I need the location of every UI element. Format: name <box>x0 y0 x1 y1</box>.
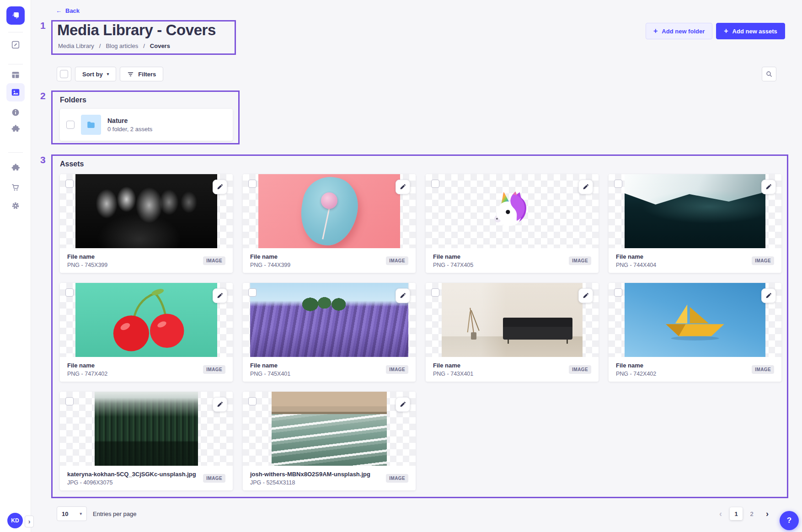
annotation-box-3: Assets File namePNG - 745X399 IMAGE File… <box>51 154 788 498</box>
asset-name: File name <box>433 362 473 369</box>
asset-thumbnail-band-photo <box>75 174 217 248</box>
sidebar-item-marketplace[interactable] <box>11 163 20 172</box>
sidebar-item-purchase[interactable] <box>11 183 20 192</box>
asset-card[interactable]: File namePNG - 745X399 IMAGE <box>60 174 233 273</box>
asset-checkbox[interactable] <box>65 397 74 405</box>
sort-by-button[interactable]: Sort by ▾ <box>75 67 116 81</box>
asset-name: kateryna-kokhan-5CQ_3CjSGKc-unsplash.jpg <box>67 471 196 478</box>
asset-thumb-area <box>60 174 233 248</box>
edit-asset-button[interactable] <box>578 180 593 194</box>
pagination: ‹ 1 2 › <box>714 506 774 521</box>
asset-meta: JPG - 5254X3118 <box>250 479 370 486</box>
asset-name: File name <box>616 253 656 260</box>
edit-asset-button[interactable] <box>213 397 227 412</box>
asset-name: File name <box>250 362 290 369</box>
pagination-previous[interactable]: ‹ <box>714 507 727 520</box>
pagination-page-2[interactable]: 2 <box>745 507 758 520</box>
pencil-icon <box>217 401 223 408</box>
assets-section-title: Assets <box>60 160 84 168</box>
asset-checkbox[interactable] <box>65 288 74 297</box>
asset-card[interactable]: kateryna-kokhan-5CQ_3CjSGKc-unsplash.jpg… <box>60 392 233 490</box>
add-new-folder-button[interactable]: + Add new folder <box>646 23 712 39</box>
pencil-icon <box>765 184 772 190</box>
pencil-icon <box>400 293 406 299</box>
sidebar-item-information[interactable] <box>11 108 20 117</box>
edit-asset-button[interactable] <box>761 288 776 303</box>
asset-type-badge: IMAGE <box>569 256 591 265</box>
help-button[interactable]: ? <box>780 511 799 530</box>
asset-meta: PNG - 747X405 <box>433 262 473 268</box>
annotation-number-3: 3 <box>40 154 46 165</box>
asset-thumb-area <box>60 283 233 357</box>
asset-checkbox[interactable] <box>248 288 257 297</box>
select-all-checkbox[interactable] <box>60 70 68 78</box>
asset-card[interactable]: josh-withers-MBNx8O2S9AM-unsplash.jpgJPG… <box>243 392 416 490</box>
asset-type-badge: IMAGE <box>203 474 225 483</box>
breadcrumb: Media Library / Blog articles / Covers <box>58 43 170 49</box>
asset-type-badge: IMAGE <box>752 256 774 265</box>
asset-thumbnail-lavender-field <box>250 283 408 357</box>
entries-per-page-select[interactable]: 10 ▾ <box>57 506 87 521</box>
sidebar-item-content-type-builder[interactable] <box>11 70 20 80</box>
asset-thumbnail-beach-waves <box>272 392 387 466</box>
folder-card-nature[interactable]: Nature 0 folder, 2 assets <box>60 109 233 141</box>
edit-asset-button[interactable] <box>396 397 410 412</box>
asset-footer: File namePNG - 745X401 IMAGE <box>243 357 416 382</box>
asset-checkbox[interactable] <box>248 397 257 405</box>
puzzle-icon <box>11 163 20 172</box>
filter-icon <box>127 71 134 78</box>
asset-thumbnail-lollipop <box>258 174 400 248</box>
chevron-down-icon: ▾ <box>107 72 109 76</box>
asset-name: File name <box>616 362 656 369</box>
pagination-page-1[interactable]: 1 <box>730 507 743 520</box>
edit-asset-button[interactable] <box>396 180 410 194</box>
asset-checkbox[interactable] <box>65 180 74 188</box>
asset-card[interactable]: File namePNG - 744X404 IMAGE <box>609 174 781 273</box>
asset-card[interactable]: File namePNG - 744X399 IMAGE <box>243 174 416 273</box>
asset-checkbox[interactable] <box>248 180 257 188</box>
breadcrumb-media-library[interactable]: Media Library <box>58 43 94 49</box>
pagination-next[interactable]: › <box>761 507 774 520</box>
asset-card[interactable]: File namePNG - 743X401 IMAGE <box>426 283 599 382</box>
cart-icon <box>11 183 20 192</box>
asset-card[interactable]: File namePNG - 747X402 IMAGE <box>60 283 233 382</box>
asset-type-badge: IMAGE <box>203 365 225 374</box>
asset-footer: File namePNG - 747X405 IMAGE <box>426 248 599 273</box>
asset-checkbox[interactable] <box>431 180 439 188</box>
sidebar-item-media-library[interactable] <box>6 83 25 101</box>
cherries-graphic <box>100 286 193 354</box>
entries-per-page-label: Entries per page <box>93 511 136 517</box>
unicorn-emoji-icon <box>491 190 533 232</box>
asset-name: File name <box>67 253 107 260</box>
pencil-icon <box>217 184 223 190</box>
sidebar-item-settings[interactable] <box>11 201 20 210</box>
edit-asset-button[interactable] <box>213 180 227 194</box>
asset-type-badge: IMAGE <box>569 365 591 374</box>
avatar[interactable]: KD <box>7 513 23 528</box>
sidebar-item-content-manager[interactable] <box>11 40 20 49</box>
plus-icon: + <box>653 27 658 35</box>
edit-asset-button[interactable] <box>761 180 776 194</box>
asset-card[interactable]: File namePNG - 742X402 IMAGE <box>609 283 781 382</box>
asset-checkbox[interactable] <box>614 180 622 188</box>
divider <box>8 32 23 32</box>
asset-checkbox[interactable] <box>431 288 439 297</box>
arrow-left-icon: ← <box>56 7 62 14</box>
asset-thumbnail-unicorn-emoji <box>426 174 599 248</box>
sidebar-collapse-button[interactable]: › <box>25 516 34 527</box>
breadcrumb-blog-articles[interactable]: Blog articles <box>106 43 138 49</box>
strapi-logo[interactable] <box>6 6 25 25</box>
search-button[interactable] <box>762 67 776 81</box>
back-link[interactable]: ← Back <box>56 7 80 14</box>
toolbar: Sort by ▾ Filters <box>57 67 163 81</box>
edit-asset-button[interactable] <box>578 288 593 303</box>
asset-card[interactable]: File namePNG - 745X401 IMAGE <box>243 283 416 382</box>
add-new-assets-button[interactable]: + Add new assets <box>716 23 785 39</box>
filters-button[interactable]: Filters <box>120 67 163 81</box>
asset-card[interactable]: File namePNG - 747X405 IMAGE <box>426 174 599 273</box>
edit-asset-button[interactable] <box>213 288 227 303</box>
sidebar-item-plugins[interactable] <box>11 124 20 133</box>
edit-asset-button[interactable] <box>396 288 410 303</box>
folder-checkbox[interactable] <box>66 121 75 129</box>
asset-checkbox[interactable] <box>614 288 622 297</box>
